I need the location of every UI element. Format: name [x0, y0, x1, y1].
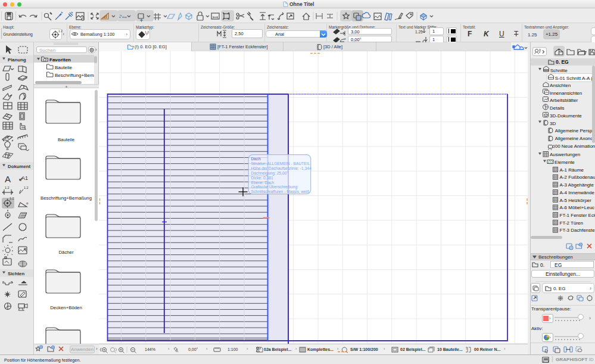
- svg-text:Arbeitsblätter: Arbeitsblätter: [550, 98, 578, 103]
- svg-text:Elemente: Elemente: [554, 160, 575, 165]
- svg-text:Bauteile: Bauteile: [55, 65, 72, 70]
- svg-text:Allgemeine Perspel: Allgemeine Perspel: [555, 128, 595, 133]
- svg-text:Favoriten: Favoriten: [49, 57, 71, 63]
- svg-text:1.2: 1.2: [58, 29, 63, 33]
- svg-text:Beschriftung+Bemaß: Beschriftung+Bemaß: [55, 73, 94, 78]
- svg-text:Details: Details: [550, 105, 564, 111]
- svg-text:Schnittschraffuren - Massiv, w: Schnittschraffuren - Massiv, weiß: [251, 189, 310, 194]
- svg-text:S-01 Schnitt A-A (U: S-01 Schnitt A-A (U: [555, 76, 595, 81]
- svg-text:Dach: Dach: [251, 157, 261, 161]
- svg-text:Struktur: ALLGEMEIN - BAUTEIL: Struktur: ALLGEMEIN - BAUTEIL: [251, 161, 310, 166]
- svg-text:3D-Dokumente: 3D-Dokumente: [550, 113, 582, 119]
- svg-text:A-4 Innenwände: A-4 Innenwände: [560, 190, 595, 195]
- svg-text:1.25: 1.25: [415, 30, 423, 34]
- svg-text:Dokument: Dokument: [8, 164, 31, 169]
- svg-text:A-2 Fußbodenau: A-2 Fußbodenau: [560, 175, 595, 180]
- svg-text:A-3 Abgehängte: A-3 Abgehängte: [560, 182, 594, 188]
- svg-text:α: α: [344, 37, 346, 41]
- svg-text:Grafische Überschreibung:: Grafische Überschreibung:: [251, 185, 299, 189]
- svg-text:Dicke: 0,381: Dicke: 0,381: [251, 176, 273, 180]
- svg-text:1.2: 1.2: [24, 186, 29, 189]
- svg-text:Dachneigung: 25,00°: Dachneigung: 25,00°: [251, 171, 289, 176]
- svg-text:3D: 3D: [550, 121, 556, 126]
- svg-text:Ansichten: Ansichten: [550, 83, 571, 88]
- svg-text:Allgemeine Axonon: Allgemeine Axonon: [555, 136, 595, 141]
- svg-text:A: A: [5, 174, 11, 184]
- svg-text:Innenansichten: Innenansichten: [550, 91, 582, 96]
- svg-text:FT-1 Fenster Eck: FT-1 Fenster Eck: [560, 213, 595, 218]
- svg-text:Auswertungen: Auswertungen: [550, 152, 580, 157]
- svg-text:Planung: Planung: [8, 57, 26, 63]
- svg-text:1.2: 1.2: [5, 186, 10, 189]
- svg-text:Ebene: Dach: Ebene: Dach: [251, 181, 275, 185]
- svg-text:Höhe der Dachaufsetzlinie: -1,: Höhe der Dachaufsetzlinie: -1,344: [251, 166, 311, 170]
- svg-text:A-6 Möbel+Leuc: A-6 Möbel+Leuc: [560, 205, 594, 210]
- svg-text:Schnitte: Schnitte: [550, 68, 568, 73]
- svg-text:1.2: 1.2: [145, 30, 149, 34]
- svg-text:α: α: [26, 201, 29, 205]
- svg-text:FT-2 Türen: FT-2 Türen: [560, 220, 583, 226]
- svg-text:A-5 Heizkörper: A-5 Heizkörper: [560, 198, 592, 203]
- svg-text:1.2: 1.2: [10, 197, 14, 200]
- svg-text:A-1 Räume: A-1 Räume: [560, 167, 584, 173]
- svg-text:00 Neue Animation: 00 Neue Animation: [555, 144, 595, 149]
- svg-text:Sichten: Sichten: [8, 271, 24, 276]
- svg-text:FT-3 Dachfenste: FT-3 Dachfenste: [560, 228, 595, 233]
